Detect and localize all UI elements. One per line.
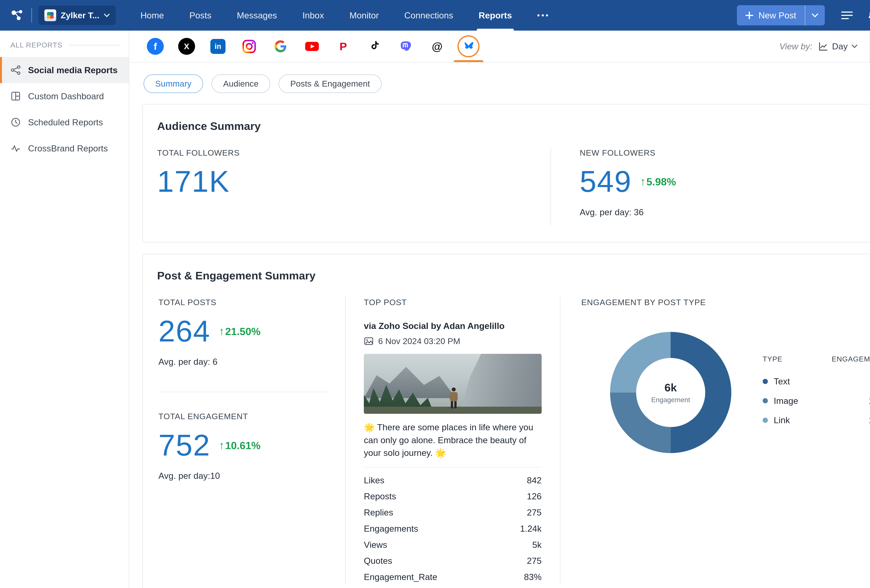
engagement-by-type-label: ENGAGEMENT BY POST TYPE (581, 298, 870, 307)
nav-more-button[interactable] (537, 0, 548, 31)
stat-row-likes: Likes842 (364, 472, 542, 489)
metric-label: TOTAL ENGAGEMENT (158, 412, 328, 421)
nav-item-monitor[interactable]: Monitor (349, 0, 379, 31)
activity-icon (10, 143, 21, 153)
list-icon (841, 11, 853, 20)
sidebar-item-label: Social media Reports (28, 65, 118, 75)
card-title: Audience Summary (157, 120, 870, 132)
donut-legend: TYPE ENGAGEMENT % Text 3k 50% (763, 355, 870, 430)
sidebar-item-crossbrand-reports[interactable]: CrossBrand Reports (0, 135, 129, 161)
metric-label: NEW FOLLOWERS (580, 148, 870, 157)
new-post-button[interactable]: New Post (737, 5, 804, 25)
top-post-label: TOP POST (364, 298, 542, 307)
sidebar-item-label: Scheduled Reports (28, 117, 103, 128)
stat-row-replies: Replies275 (364, 504, 542, 521)
nav-item-inbox[interactable]: Inbox (302, 0, 324, 31)
channel-x[interactable]: X (178, 31, 195, 62)
new-followers-change: ↑5.98% (640, 175, 676, 188)
channel-youtube[interactable] (304, 31, 320, 62)
new-followers-avg: Avg. per day: 36 (580, 207, 870, 217)
channel-instagram[interactable] (241, 31, 258, 62)
metric-label: TOTAL FOLLOWERS (157, 148, 551, 157)
total-posts-change: ↑21.50% (219, 325, 261, 338)
sidebar-item-custom-dashboard[interactable]: Custom Dashboard (0, 83, 129, 109)
main-nav: Home Posts Messages Inbox Monitor Connec… (140, 0, 548, 31)
top-post-image (364, 354, 542, 414)
chevron-down-icon (104, 13, 110, 17)
channel-bluesky[interactable] (460, 31, 477, 62)
post-engagement-card: Post & Engagement Summary TOTAL POSTS 26… (142, 254, 870, 588)
stat-row-engagements: Engagements1.24k (364, 521, 542, 537)
navbar-right: New Post (737, 0, 870, 31)
divider (158, 392, 328, 392)
top-post-caption: 🌟 There are some places in life where yo… (364, 421, 542, 459)
total-engagement-avg: Avg. per day:10 (158, 471, 328, 481)
main-area: f X in P (129, 31, 870, 588)
donut-center-value: 6k (664, 381, 677, 394)
donut-center-label: Engagement (651, 396, 690, 404)
tab-posts-engagement[interactable]: Posts & Engagement (279, 74, 381, 93)
pinterest-icon: P (335, 38, 352, 55)
new-followers-value: 549 (580, 166, 632, 197)
new-post-split-button: New Post (737, 5, 825, 25)
plus-icon (745, 12, 753, 19)
nav-item-messages[interactable]: Messages (237, 0, 277, 31)
youtube-icon (304, 38, 320, 55)
image-post-icon (364, 336, 374, 346)
navbar-left: Zylker T... Home Posts Messages Inbox Mo… (8, 0, 737, 31)
channel-threads[interactable]: @ (429, 31, 446, 62)
nav-item-home[interactable]: Home (140, 0, 164, 31)
new-post-dropdown-button[interactable] (805, 5, 825, 25)
total-followers-value: 171K (157, 166, 230, 197)
view-by-value: Day (832, 41, 848, 52)
legend-header: TYPE ENGAGEMENT % (763, 355, 870, 372)
tab-audience[interactable]: Audience (212, 74, 270, 93)
channel-mastodon[interactable] (398, 31, 414, 62)
facebook-icon: f (147, 38, 164, 55)
google-icon (272, 38, 289, 55)
sidebar-item-label: CrossBrand Reports (28, 143, 108, 153)
chart-line-icon (818, 42, 828, 51)
nav-item-posts[interactable]: Posts (189, 0, 212, 31)
channel-pinterest[interactable]: P (335, 31, 352, 62)
channel-tiktok[interactable] (366, 31, 383, 62)
stat-row-reposts: Reposts126 (364, 488, 542, 504)
legend-color-dot (763, 379, 768, 384)
channel-linkedin[interactable]: in (210, 31, 226, 62)
mastodon-icon (398, 38, 414, 55)
brand-selector[interactable]: Zylker T... (39, 6, 116, 25)
more-icon (537, 14, 548, 16)
view-by-control: View by: Day (767, 31, 869, 62)
total-followers-block: TOTAL FOLLOWERS 171K (157, 148, 551, 225)
dashboard-icon (10, 91, 21, 101)
top-post-column: TOP POST via Zoho Social by Adan Angelil… (345, 297, 560, 585)
linkedin-icon: in (210, 38, 226, 55)
channel-list: f X in P (147, 31, 477, 62)
brand-logo (45, 9, 56, 21)
chevron-down-icon (852, 45, 858, 48)
up-arrow-icon: ↑ (219, 325, 225, 338)
sidebar-header: ALL REPORTS (10, 41, 119, 49)
report-content: Summary Audience Posts & Engagement Audi… (129, 62, 870, 588)
new-followers-block: NEW FOLLOWERS 549 ↑5.98% Avg. per day: 3… (551, 148, 870, 225)
top-post-source: via Zoho Social by Adan Angelillo (364, 321, 542, 331)
total-engagement-value: 752 (158, 430, 210, 460)
channel-google-my-business[interactable] (272, 31, 289, 62)
sidebar-item-social-media-reports[interactable]: Social media Reports (0, 57, 129, 83)
audience-summary-card: Audience Summary TOTAL FOLLOWERS 171K NE… (142, 104, 870, 242)
navbar-divider (31, 8, 32, 22)
queue-list-button[interactable] (835, 4, 859, 27)
top-navbar: Zylker T... Home Posts Messages Inbox Mo… (0, 0, 870, 31)
up-arrow-icon: ↑ (640, 175, 646, 188)
tab-summary[interactable]: Summary (143, 74, 203, 93)
sidebar-item-scheduled-reports[interactable]: Scheduled Reports (0, 109, 129, 135)
nav-item-connections[interactable]: Connections (404, 0, 453, 31)
view-by-select[interactable]: Day (818, 41, 858, 52)
channel-bar-controls: View by: Day Last 30 Days (767, 31, 870, 62)
nav-item-reports[interactable]: Reports (479, 0, 512, 31)
top-post-date-row: 6 Nov 2024 03:20 PM (364, 336, 542, 346)
channel-facebook[interactable]: f (147, 31, 164, 62)
zoho-social-logo-icon[interactable] (8, 0, 26, 31)
bluesky-icon (460, 38, 477, 55)
notifications-button[interactable] (861, 4, 870, 27)
